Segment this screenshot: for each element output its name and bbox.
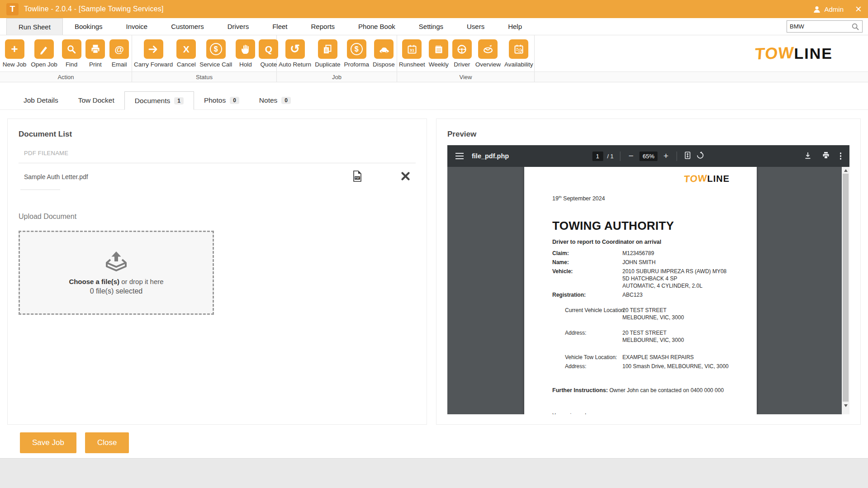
dispose-button[interactable]: Dispose [371,39,397,68]
menu-phone-book[interactable]: Phone Book [346,18,407,35]
print-icon[interactable] [822,152,830,161]
cancel-button[interactable]: X Cancel [175,39,198,68]
svg-text:31: 31 [410,48,414,52]
menu-invoice[interactable]: Invoice [114,18,160,35]
notepad-icon [429,39,448,59]
towline-logo: TOWLINE [755,35,833,71]
duplicate-button[interactable]: Duplicate [313,39,342,68]
upload-document-title: Upload Document [19,213,416,221]
menu-bar: Run Sheet Bookings Invoice Customers Dri… [0,18,868,35]
print-button[interactable]: Print [84,39,107,68]
tab-job-details[interactable]: Job Details [14,91,68,109]
calendar-icon: 31 [402,39,422,59]
user-icon [813,5,821,13]
save-job-button[interactable]: Save Job [20,432,76,453]
dollar-circle-icon: $ [347,39,366,59]
menu-settings[interactable]: Settings [407,18,455,35]
pie-chart-icon [478,39,498,59]
open-job-button[interactable]: Open Job [29,39,59,68]
pdf-file-icon[interactable]: PDF [352,171,362,183]
menu-help[interactable]: Help [496,18,534,35]
at-icon: @ [109,39,129,59]
ribbon-group-labels: Action Status Job View [0,71,868,82]
carry-forward-button[interactable]: Carry Forward [132,39,175,68]
zoom-level-input[interactable]: 65% [640,152,658,161]
menu-run-sheet[interactable]: Run Sheet [6,18,63,35]
menu-icon[interactable] [455,153,464,159]
proforma-button[interactable]: $ Proforma [342,39,371,68]
tab-photos[interactable]: Photos 0 [194,91,249,109]
steering-wheel-icon [452,39,472,59]
runsheet-button[interactable]: 31 Runsheet [397,39,427,68]
magnifier-icon [62,39,81,59]
new-job-button[interactable]: + New Job [1,39,28,68]
window-title: Towline - 2.0.4 - [Sample Towing Service… [24,5,164,13]
pdf-subheading: Driver to report to Coordinator on arriv… [552,239,730,245]
x-icon: X [176,39,196,59]
close-button[interactable]: Close [85,432,129,453]
footer-actions: Save Job Close [0,425,868,453]
ribbon-group-job: ↺ Auto Return Duplicate $ Proforma Dispo… [277,35,397,71]
service-call-button[interactable]: $ Service Call [198,39,234,68]
arrow-right-icon [144,39,163,59]
overview-button[interactable]: Overview [474,39,503,68]
more-options-icon[interactable] [840,152,841,159]
pdf-scrollbar[interactable] [842,167,849,414]
ribbon: + New Job Open Job Find Print @ Email [0,35,868,82]
admin-label: Admin [824,5,844,13]
printer-icon [85,39,105,59]
group-label-view: View [397,72,535,82]
menu-fleet[interactable]: Fleet [261,18,299,35]
hold-button[interactable]: Hold [234,39,257,68]
undo-icon: ↺ [285,39,305,59]
scroll-up-icon[interactable] [842,167,849,174]
car-icon [374,39,394,59]
copy-icon [318,39,337,59]
fit-page-icon[interactable] [683,151,692,161]
rotate-icon[interactable] [696,151,705,161]
search-input[interactable] [790,23,851,30]
pdf-body: TOWLINE 19th September 2024 TOWING AUTHO… [447,167,849,414]
auto-return-button[interactable]: ↺ Auto Return [277,39,313,68]
zoom-in-button[interactable]: + [662,151,670,161]
preview-title: Preview [447,130,849,139]
delete-document-icon[interactable] [401,171,410,182]
pdf-toolbar: file_pdf.php 1 / 1 − 65% + [447,145,849,167]
files-selected-count: 0 file(s) selected [90,287,143,295]
email-button[interactable]: @ Email [108,39,131,68]
upload-icon [103,251,129,272]
document-list-panel: Document List PDF FILENAME Sample Auth L… [7,118,427,425]
pdf-towline-logo: TOWLINE [552,173,730,184]
tab-notes[interactable]: Notes 0 [249,91,301,109]
menu-bookings[interactable]: Bookings [63,18,114,35]
document-filename: Sample Auth Letter.pdf [24,173,88,180]
tab-documents[interactable]: Documents 1 [124,91,194,110]
ribbon-group-view: 31 Runsheet Weekly Driver Overview Avail… [397,35,535,71]
pdf-closing: Yours sincerely, [552,412,730,414]
availability-button[interactable]: Availability [503,39,535,68]
pdf-page: TOWLINE 19th September 2024 TOWING AUTHO… [524,167,757,414]
find-button[interactable]: Find [60,39,83,68]
pdf-further-instructions: Further Instructions: Owner John can be … [552,387,730,393]
job-tabs: Job Details Tow Docket Documents 1 Photo… [0,91,868,110]
pdf-filename-column-header: PDF FILENAME [19,150,416,163]
weekly-button[interactable]: Weekly [427,39,451,68]
file-dropzone[interactable]: Choose a file(s) or drop it here 0 file(… [19,231,214,315]
menu-users[interactable]: Users [455,18,496,35]
download-icon[interactable] [804,152,812,161]
close-window-button[interactable]: × [855,4,862,14]
menu-reports[interactable]: Reports [299,18,347,35]
admin-menu[interactable]: Admin [813,5,844,13]
tab-tow-docket[interactable]: Tow Docket [68,91,124,109]
pdf-date: 19th September 2024 [552,195,730,202]
calendar-gear-icon [509,39,528,59]
page-number-input[interactable]: 1 [592,152,603,161]
scroll-down-icon[interactable] [842,402,849,409]
menu-drivers[interactable]: Drivers [216,18,261,35]
search-icon[interactable] [851,23,859,31]
zoom-out-button[interactable]: − [627,151,636,161]
scrollbar-thumb[interactable] [843,174,849,402]
menu-customers[interactable]: Customers [159,18,216,35]
driver-button[interactable]: Driver [451,39,474,68]
documents-count-badge: 1 [174,97,184,104]
